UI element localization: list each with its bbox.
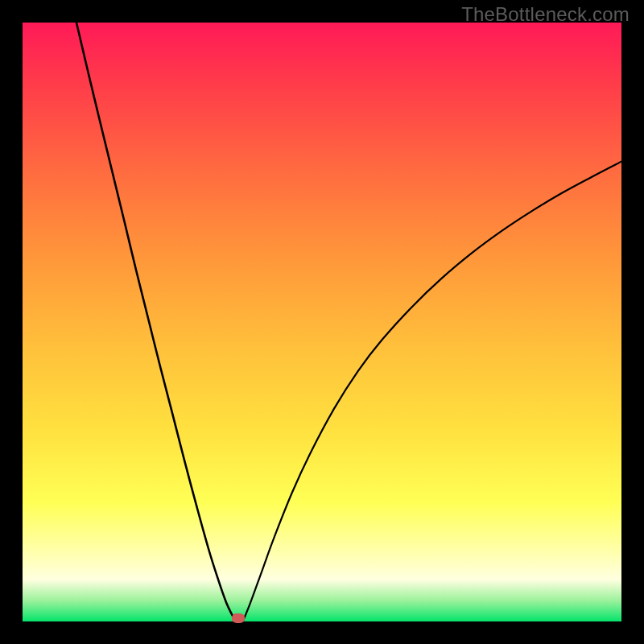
curve-left-branch: [76, 23, 234, 620]
watermark-text: TheBottleneck.com: [461, 3, 630, 26]
optimum-marker: [232, 613, 245, 623]
chart-frame: TheBottleneck.com: [0, 0, 644, 644]
curve-layer: [23, 23, 621, 621]
curve-right-branch: [244, 162, 621, 620]
plot-area: [23, 23, 621, 621]
